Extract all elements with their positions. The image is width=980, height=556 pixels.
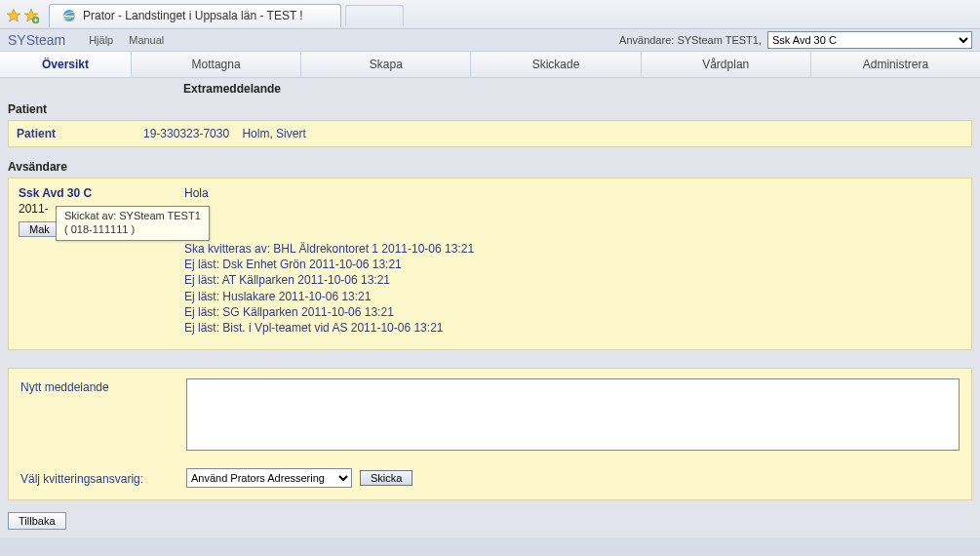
patient-name: Holm, Sivert [242,127,305,140]
browser-tab-title: Prator - Landstinget i Uppsala län - TES… [83,9,303,22]
sender-message: Hola [184,186,961,200]
tab-sent[interactable]: Skickade [471,52,641,77]
patient-key: Patient [17,127,56,140]
patient-panel: Patient 19-330323-7030 Holm, Sivert [8,120,972,147]
sender-tooltip: Skickat av: SYSteam TEST1 ( 018-111111 ) [56,206,210,241]
new-message-textarea[interactable] [186,378,960,451]
sender-panel: Ssk Avd 30 C 2011- Mak Skickat av: SYSte… [8,178,972,350]
header-links: Hjälp Manual [89,34,164,46]
receipt-line: Ej läst: Dsk Enhet Grön 2011-10-06 13:21 [184,257,961,272]
mak-button[interactable]: Mak [19,221,60,237]
tab-careplan[interactable]: Vårdplan [642,52,811,77]
ie-icon [61,8,77,23]
tab-admin[interactable]: Administrera [811,52,980,77]
browser-fav-controls [6,8,39,23]
receipt-line: Ej läst: AT Källparken 2011-10-06 13:21 [184,272,961,288]
back-button[interactable]: Tillbaka [8,512,66,530]
tab-create[interactable]: Skapa [301,52,471,77]
sender-name: Ssk Avd 30 C [19,186,184,200]
location-select[interactable]: Ssk Avd 30 C [767,31,972,49]
receipt-line: Ska kvitteras av: BHL Äldrekontoret 1 20… [184,241,961,257]
tooltip-line-1: Skickat av: SYSteam TEST1 [64,210,201,223]
browser-tab-active[interactable]: Prator - Landstinget i Uppsala län - TES… [49,4,341,27]
tooltip-line-2: ( 018-111111 ) [64,223,201,237]
receipt-line: Ej läst: Bist. i Vpl-teamet vid AS 2011-… [184,320,961,336]
sender-section-label: Avsändare [8,157,972,178]
receipt-line: Ej läst: SG Källparken 2011-10-06 13:21 [184,304,961,320]
app-header: SYSteam Hjälp Manual Användare: SYSteam … [0,29,980,51]
receipt-line: Ej läst: Huslakare 2011-10-06 13:21 [184,289,961,304]
browser-new-tab[interactable] [345,5,404,26]
favorites-icon[interactable] [6,8,21,23]
tab-received[interactable]: Mottagna [132,52,301,77]
patient-section-label: Patient [8,99,972,120]
brand-label: SYSteam [8,32,65,48]
subheading: Extrameddelande [183,78,972,99]
patient-id: 19-330323-7030 [143,127,229,140]
user-label: Användare: SYSteam TEST1, [619,34,762,46]
main-tabs: Översikt Mottagna Skapa Skickade Vårdpla… [0,51,980,78]
add-favorite-icon[interactable] [23,8,39,23]
svg-marker-0 [7,9,20,21]
new-message-label: Nytt meddelande [20,378,186,394]
send-button[interactable]: Skicka [360,470,412,486]
tab-overview[interactable]: Översikt [0,52,132,77]
help-link[interactable]: Hjälp [89,34,113,46]
browser-tab-bar: Prator - Landstinget i Uppsala län - TES… [0,0,980,29]
responsible-label: Välj kvitteringsansvarig: [20,470,186,486]
addressing-select[interactable]: Använd Prators Adressering [186,468,352,488]
compose-panel: Nytt meddelande Välj kvitteringsansvarig… [8,368,972,500]
manual-link[interactable]: Manual [129,34,164,46]
